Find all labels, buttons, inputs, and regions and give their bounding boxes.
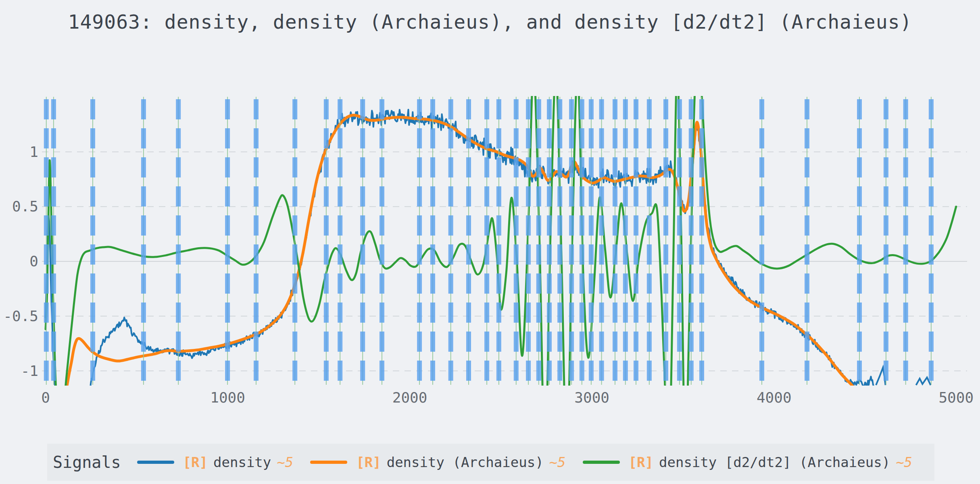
series-density-fragment <box>916 378 931 385</box>
x-axis-tick-label: 3000 <box>574 389 609 406</box>
legend-item-name: density <box>213 454 271 470</box>
chart-screen: 149063: density, density (Archaieus), an… <box>0 0 980 484</box>
x-axis-tick-label: 2000 <box>392 389 427 406</box>
legend-item-name: density (Archaieus) <box>387 454 544 470</box>
legend-item-suffix: ~5 <box>277 454 293 470</box>
legend-item-density-archaieus[interactable]: [R] density (Archaieus) ~5 <box>310 454 565 470</box>
y-axis-tick-label: 0.5 <box>12 198 38 215</box>
series-density-line <box>46 110 878 428</box>
y-axis-tick-label: 1 <box>29 144 38 160</box>
legend-swatch-density <box>137 461 174 464</box>
y-axis-tick-label: -0.5 <box>3 308 38 324</box>
x-axis-tick-label: 1000 <box>210 389 245 406</box>
plot-area[interactable]: 10.50-0.5-1010002000300040005000 <box>0 0 980 428</box>
legend-item-prefix: [R] <box>629 454 653 470</box>
legend-item-density-d2dt2-archaieus[interactable]: [R] density [d2/dt2] (Archaieus) ~5 <box>583 454 913 470</box>
legend: Signals [R] density ~5 [R] density (Arch… <box>47 444 934 481</box>
legend-label: Signals <box>53 453 121 471</box>
y-axis-tick-label: -1 <box>21 363 38 379</box>
legend-item-suffix: ~5 <box>896 454 912 470</box>
legend-item-prefix: [R] <box>356 454 381 470</box>
x-axis-tick-label: 5000 <box>938 389 974 406</box>
legend-swatch-density-d2dt2 <box>583 461 620 464</box>
legend-item-density[interactable]: [R] density ~5 <box>137 454 294 470</box>
legend-item-suffix: ~5 <box>549 454 566 470</box>
legend-item-name: density [d2/dt2] (Archaieus) <box>659 454 890 470</box>
legend-item-prefix: [R] <box>183 454 208 470</box>
x-axis-tick-label: 0 <box>41 389 50 406</box>
x-axis-tick-label: 4000 <box>757 389 792 406</box>
legend-swatch-density-archaieus <box>310 461 347 464</box>
series-density-archaieus-line <box>67 115 860 395</box>
y-axis-tick-label: 0 <box>29 253 38 269</box>
event-markers <box>46 97 931 385</box>
